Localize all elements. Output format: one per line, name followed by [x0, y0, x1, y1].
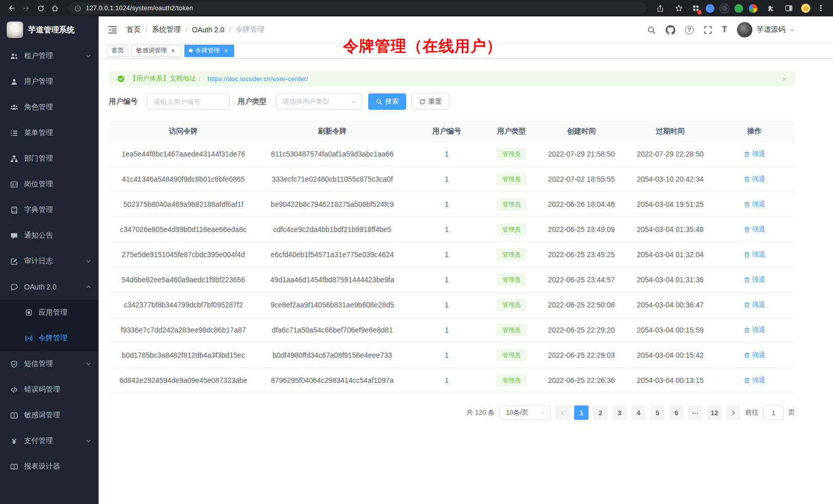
refresh-token-cell: 49d1aa46d1454fbd87591444423be9fa	[258, 267, 407, 292]
page-size-select[interactable]: 10条/页	[499, 405, 551, 420]
sidebar-item-sensitive-word[interactable]: 敏感词管理	[0, 402, 99, 428]
page-button-6[interactable]: 6	[669, 405, 684, 420]
sidebar-item-role[interactable]: 角色管理	[0, 94, 99, 120]
doc-link[interactable]: https://doc.iocoder.cn/user-center/	[207, 75, 308, 83]
create-time-cell: 2022-07-29 21:58:50	[536, 142, 627, 166]
profile-avatar[interactable]: ☺	[801, 4, 810, 13]
force-logout-button[interactable]: 强退	[744, 376, 766, 385]
force-logout-button[interactable]: 强退	[744, 175, 766, 184]
sidebar-item-token-manage[interactable]: 令牌管理	[0, 325, 99, 351]
site-info-icon[interactable]	[74, 5, 81, 12]
app-logo[interactable]: 芋道管理系统	[0, 16, 99, 43]
sidebar-item-tenant[interactable]: 租户管理	[0, 43, 99, 69]
sidebar-item-audit-log[interactable]: 审计日志	[0, 248, 99, 274]
sidebar-item-menu[interactable]: 菜单管理	[0, 120, 99, 146]
extension-dark-icon[interactable]	[720, 4, 729, 13]
tab-label: 首页	[111, 46, 124, 55]
refresh-token-cell: be90422b8c7946218275a508bf524fc9	[258, 192, 407, 217]
sidebar-item-sms[interactable]: 短信管理	[0, 351, 99, 377]
breadcrumb-oauth2[interactable]: OAuth 2.0	[192, 26, 224, 34]
reset-button[interactable]: 重置	[411, 93, 449, 110]
page-button-5[interactable]: 5	[650, 405, 665, 420]
search-button[interactable]: 搜索	[368, 93, 406, 110]
breadcrumb: 首页 / 系统管理 / OAuth 2.0 / 令牌管理	[126, 25, 264, 34]
expire-time-cell: 2054-03-10 20:42:34	[627, 167, 714, 191]
back-icon[interactable]	[5, 2, 18, 15]
user-id-cell: 1	[407, 368, 487, 393]
sidebar-item-notice[interactable]: 通知公告	[0, 223, 99, 248]
create-time-cell: 2022-07-02 18:55:55	[536, 167, 627, 191]
table-row: 275e5de9151045fe87cbdc395e004f4d e6cfd40…	[109, 242, 795, 267]
tab-home[interactable]: 首页	[107, 45, 128, 57]
refresh-token-cell: dfa6c71a50a54c66bef706ef9e6e8d81	[258, 318, 407, 342]
extension-grid-icon[interactable]	[691, 4, 700, 13]
close-icon[interactable]: ×	[169, 47, 177, 54]
help-icon[interactable]: ?	[685, 26, 694, 34]
more-pages-button[interactable]: ···	[688, 405, 703, 420]
extension-blue-icon[interactable]	[706, 4, 714, 13]
search-icon[interactable]	[647, 26, 656, 34]
sidebar-item-report-designer[interactable]: 报表设计器	[0, 454, 99, 479]
doc-alert: 【用户体系】文档地址： https://doc.iocoder.cn/user-…	[109, 71, 795, 86]
sidebar-item-dept[interactable]: 部门管理	[0, 146, 99, 171]
url-text: 127.0.0.1:1024/system/oauth2/token	[86, 5, 193, 12]
user-id-input[interactable]	[147, 93, 230, 110]
sidebar-item-pay[interactable]: ¥ 支付管理	[0, 428, 99, 454]
home-icon[interactable]	[48, 2, 62, 15]
goto-page-input[interactable]	[763, 405, 784, 420]
tab-token-manage[interactable]: 令牌管理×	[184, 45, 234, 57]
alert-close-icon[interactable]: ×	[782, 74, 787, 83]
sidebar-item-post[interactable]: 岗位管理	[0, 171, 99, 197]
breadcrumb-system[interactable]: 系统管理	[152, 25, 181, 34]
action-cell: 强退	[714, 217, 795, 242]
reload-icon[interactable]	[34, 2, 47, 15]
split-screen-icon[interactable]	[782, 2, 796, 15]
page-button-12[interactable]: 12	[707, 405, 722, 420]
user-type-badge: 管理员	[497, 350, 526, 361]
share-icon[interactable]	[653, 2, 667, 15]
user-type-badge: 管理员	[497, 299, 526, 311]
shield-check-icon	[10, 360, 18, 368]
extension-multicolor-icon[interactable]	[749, 4, 758, 13]
sidebar-item-oauth2[interactable]: OAuth 2.0	[0, 274, 99, 300]
sidebar-item-app-manage[interactable]: 应用管理	[0, 300, 99, 325]
font-size-icon[interactable]: T	[722, 25, 727, 35]
page-button-1[interactable]: 1	[574, 405, 589, 420]
user-type-select[interactable]: 请选择用户类型	[276, 93, 362, 110]
user-menu[interactable]: 芋道源码	[737, 22, 795, 37]
sidebar-item-user[interactable]: 用户管理	[0, 69, 99, 94]
action-cell: 强退	[714, 142, 795, 166]
page-button-4[interactable]: 4	[631, 405, 646, 420]
address-bar[interactable]: 127.0.0.1:1024/system/oauth2/token	[69, 2, 646, 14]
sidebar-item-dict[interactable]: 字典管理	[0, 197, 99, 223]
page-button-3[interactable]: 3	[612, 405, 627, 420]
close-icon[interactable]: ×	[222, 47, 230, 54]
chevron-down-icon	[85, 361, 91, 367]
sidebar-toggle-icon[interactable]	[107, 24, 118, 35]
force-logout-button[interactable]: 强退	[744, 250, 766, 259]
chevron-up-icon	[85, 284, 91, 290]
browser-menu-dots-icon[interactable]: ⋮	[816, 4, 826, 13]
force-logout-button[interactable]: 强退	[744, 325, 766, 335]
user-icon	[10, 78, 18, 86]
sidebar-item-error-code[interactable]: 错误码管理	[0, 377, 99, 402]
tab-sensitive-word[interactable]: 敏感词管理×	[131, 45, 181, 57]
force-logout-button[interactable]: 强退	[744, 149, 766, 159]
prev-page-button[interactable]	[555, 405, 570, 420]
chevron-down-icon	[85, 53, 91, 59]
bookmark-star-icon[interactable]	[672, 2, 686, 15]
force-logout-button[interactable]: 强退	[744, 200, 766, 209]
next-page-button[interactable]	[726, 405, 741, 420]
force-logout-button[interactable]: 强退	[744, 275, 766, 284]
breadcrumb-home[interactable]: 首页	[126, 25, 141, 34]
page-button-2[interactable]: 2	[593, 405, 608, 420]
fullscreen-icon[interactable]	[704, 26, 712, 34]
extension-green-icon[interactable]	[734, 4, 743, 13]
puzzle-icon[interactable]	[763, 2, 777, 15]
github-icon[interactable]	[666, 25, 675, 35]
tenant-icon	[10, 52, 18, 60]
forward-icon[interactable]	[20, 2, 33, 15]
force-logout-button[interactable]: 强退	[744, 300, 766, 309]
force-logout-button[interactable]: 强退	[744, 225, 766, 234]
force-logout-button[interactable]: 强退	[744, 351, 766, 360]
